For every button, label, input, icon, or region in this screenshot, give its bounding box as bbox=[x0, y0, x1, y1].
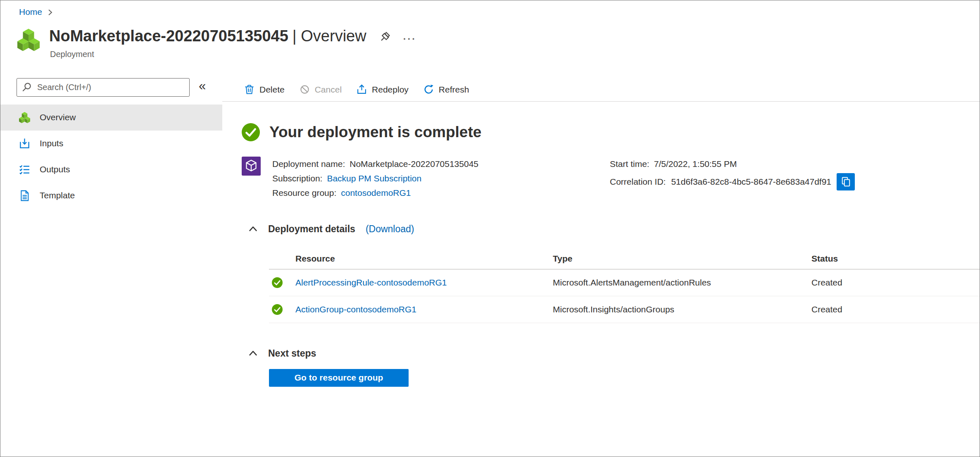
resource-link[interactable]: AlertProcessingRule-contosodemoRG1 bbox=[295, 278, 553, 288]
inputs-icon bbox=[19, 138, 30, 149]
deployment-info-right: Start time:7/5/2022, 1:50:55 PM Correlat… bbox=[610, 157, 855, 190]
correlation-id-value: 51d6f3a6-82c8-4bc5-8647-8e683a47df91 bbox=[671, 177, 831, 187]
main-content: Your deployment is complete Deployment n… bbox=[222, 102, 980, 387]
column-header-resource: Resource bbox=[295, 254, 553, 264]
deployment-status-row: Your deployment is complete bbox=[242, 123, 980, 141]
start-time-value: 7/5/2022, 1:50:55 PM bbox=[654, 159, 737, 169]
sidebar-item-outputs[interactable]: Outputs bbox=[0, 157, 222, 183]
search-input[interactable] bbox=[36, 82, 184, 93]
resource-status: Created bbox=[811, 278, 980, 288]
start-time-label: Start time: bbox=[610, 159, 649, 169]
cancel-button-label: Cancel bbox=[315, 85, 342, 95]
sidebar-item-label: Outputs bbox=[40, 164, 70, 174]
cancel-button[interactable]: Cancel bbox=[300, 84, 342, 95]
deployment-name-label: Deployment name: bbox=[272, 159, 345, 169]
sidebar-item-label: Template bbox=[40, 190, 75, 200]
column-header-type: Type bbox=[553, 254, 811, 264]
sidebar-item-inputs[interactable]: Inputs bbox=[0, 131, 222, 157]
next-steps-header: Next steps bbox=[242, 348, 980, 359]
copy-icon bbox=[841, 176, 851, 187]
copy-correlation-id-button[interactable] bbox=[837, 173, 855, 190]
sidebar-collapse-button[interactable]: « bbox=[199, 79, 206, 95]
deployment-details-header: Deployment details (Download) bbox=[242, 224, 980, 235]
sidebar-search-row: « bbox=[0, 78, 222, 97]
breadcrumb: Home bbox=[0, 0, 980, 17]
deployment-name-value: NoMarketplace-20220705135045 bbox=[350, 159, 478, 169]
page-subtitle: Deployment bbox=[49, 50, 417, 59]
arm-template-icon bbox=[242, 157, 261, 176]
table-header-row: Resource Type Status bbox=[269, 248, 980, 269]
success-check-icon bbox=[242, 123, 260, 141]
search-box bbox=[17, 78, 190, 97]
table-row: AlertProcessingRule-contosodemoRG1 Micro… bbox=[269, 269, 980, 296]
sidebar-nav: Overview Inputs Outputs Template bbox=[0, 105, 222, 209]
sidebar-item-template[interactable]: Template bbox=[0, 183, 222, 209]
command-bar: Delete Cancel Redeploy Refresh bbox=[222, 78, 980, 102]
deployment-cubes-icon bbox=[19, 112, 30, 123]
page-title-suffix: | Overview bbox=[293, 27, 366, 45]
content-area: « Overview Inputs Outputs Template bbox=[0, 78, 980, 433]
trash-icon bbox=[244, 84, 255, 95]
deployment-cubes-icon bbox=[17, 28, 40, 52]
download-link[interactable]: (Download) bbox=[366, 224, 414, 235]
column-header-status: Status bbox=[811, 254, 980, 264]
deployment-details-table: Resource Type Status AlertProcessingRule… bbox=[269, 248, 980, 323]
sidebar-item-label: Inputs bbox=[40, 138, 63, 148]
go-to-resource-group-button[interactable]: Go to resource group bbox=[269, 369, 409, 387]
chevron-up-icon[interactable] bbox=[248, 349, 258, 358]
delete-button[interactable]: Delete bbox=[244, 84, 285, 95]
resource-type: Microsoft.AlertsManagement/actionRules bbox=[553, 278, 811, 288]
sidebar-item-label: Overview bbox=[40, 112, 76, 122]
azure-portal-window: Home NoMarketplace-20220705135045| Overv… bbox=[0, 0, 980, 457]
template-icon bbox=[19, 190, 30, 201]
redeploy-button[interactable]: Redeploy bbox=[357, 84, 409, 95]
success-check-icon bbox=[272, 304, 283, 315]
subscription-link[interactable]: Backup PM Subscription bbox=[327, 174, 421, 183]
page-title: NoMarketplace-20220705135045| Overview bbox=[49, 27, 366, 46]
deployment-info-left: Deployment name:NoMarketplace-2022070513… bbox=[272, 157, 478, 200]
redeploy-icon bbox=[357, 84, 367, 95]
resource-status: Created bbox=[811, 305, 980, 314]
resource-type: Microsoft.Insights/actionGroups bbox=[553, 305, 811, 314]
pin-icon[interactable] bbox=[378, 31, 390, 44]
main-pane: Delete Cancel Redeploy Refresh bbox=[222, 78, 980, 433]
resource-group-label: Resource group: bbox=[272, 188, 336, 198]
refresh-icon bbox=[423, 84, 434, 95]
deployment-details-title: Deployment details bbox=[268, 224, 355, 235]
delete-button-label: Delete bbox=[259, 85, 285, 95]
page-header: NoMarketplace-20220705135045| Overview …… bbox=[0, 17, 980, 59]
correlation-id-label: Correlation ID: bbox=[610, 177, 666, 187]
resource-link[interactable]: ActionGroup-contosodemoRG1 bbox=[295, 305, 553, 314]
outputs-icon bbox=[19, 164, 30, 175]
search-icon bbox=[22, 82, 32, 92]
resource-group-link[interactable]: contosodemoRG1 bbox=[341, 188, 411, 198]
sidebar: « Overview Inputs Outputs Template bbox=[0, 78, 222, 433]
sidebar-item-overview[interactable]: Overview bbox=[0, 105, 222, 131]
redeploy-button-label: Redeploy bbox=[372, 85, 409, 95]
status-heading: Your deployment is complete bbox=[269, 124, 481, 141]
success-check-icon bbox=[272, 277, 283, 288]
chevron-up-icon[interactable] bbox=[248, 224, 258, 234]
chevron-right-icon bbox=[47, 9, 53, 16]
subscription-label: Subscription: bbox=[272, 174, 322, 183]
table-row: ActionGroup-contosodemoRG1 Microsoft.Ins… bbox=[269, 296, 980, 323]
more-menu-button[interactable]: … bbox=[402, 32, 417, 38]
refresh-button-label: Refresh bbox=[439, 85, 469, 95]
deployment-info: Deployment name:NoMarketplace-2022070513… bbox=[242, 157, 980, 200]
cancel-icon bbox=[300, 84, 310, 95]
next-steps-title: Next steps bbox=[268, 348, 316, 359]
breadcrumb-home-link[interactable]: Home bbox=[19, 7, 42, 17]
deployment-name-title: NoMarketplace-20220705135045 bbox=[49, 27, 288, 45]
refresh-button[interactable]: Refresh bbox=[423, 84, 469, 95]
